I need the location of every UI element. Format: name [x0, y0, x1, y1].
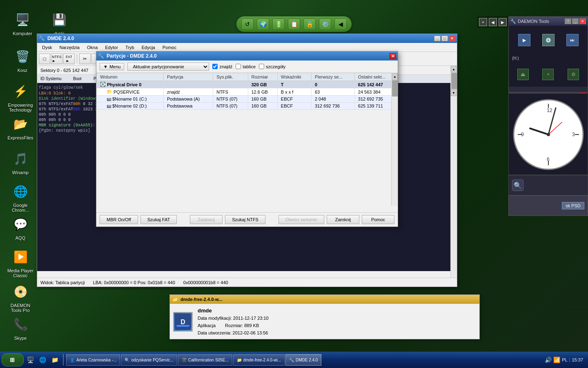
partition-table-head: Wolumin Partycja Sys.plik. Rozmiar Wskaź…	[97, 73, 398, 81]
lang-indicator: PL	[562, 357, 567, 362]
taskbar-btn-californication[interactable]: 🎬 Californication S05E...	[178, 354, 232, 366]
checkbox-tablice[interactable]	[236, 64, 241, 69]
toolbar-battery-btn[interactable]: 🔋	[272, 18, 285, 30]
scroll-thumb[interactable]	[451, 73, 457, 89]
szukaj-fat-btn[interactable]: Szukaj FAT	[140, 215, 177, 224]
toolbar-lock-btn[interactable]: 🔒	[303, 18, 316, 30]
table-row-noname01[interactable]: 🖴 $Noname 01 (C:) Podstawowa (A) NTFS (0…	[97, 96, 398, 103]
toolbar-btn-2[interactable]: NTFS►	[51, 54, 62, 64]
toolbar-settings-btn[interactable]: ⚙️	[319, 18, 331, 30]
dmde-minimize-btn[interactable]: _	[434, 36, 441, 41]
taskbar-quick-1[interactable]: 🖥️	[24, 354, 36, 366]
taskbar-btn-dmde[interactable]: 🔧 DMDE 2.4.0	[285, 354, 321, 366]
daemon-close-btn[interactable]: ✕	[579, 18, 586, 24]
desktop-icon-chrome[interactable]: 🌐 Google Chrom...	[4, 180, 37, 214]
desktop-icon-mediaplayer[interactable]: ▶️ Media Player Classic	[4, 245, 37, 280]
taskbar-btn-arleta[interactable]: 👤 Arleta Czarnowska -...	[66, 354, 120, 366]
checkbox-znajdz-label[interactable]: znajdź	[212, 64, 232, 69]
partycje-close-btn[interactable]: ✕	[390, 53, 396, 59]
daemon-add-btn[interactable]: +	[542, 69, 554, 80]
scroll-left-btn[interactable]: ◀	[489, 18, 497, 26]
dmde-filename: dmde	[198, 307, 269, 314]
desktop-icon-kosz[interactable]: 🗑️ Kosz	[6, 45, 39, 74]
dmde-maximize-btn[interactable]: □	[441, 36, 448, 41]
desktop-icon-daemon[interactable]: 📀 DAEMON Tools Pro	[4, 280, 37, 314]
daemon-skip-btn[interactable]: ⏭	[566, 34, 579, 46]
daemon-help-btn[interactable]: ?	[565, 18, 571, 24]
desktop-icon-empowering[interactable]: ⚡ Empowering Technology	[4, 80, 37, 114]
checkbox-szczegoly[interactable]	[259, 64, 264, 69]
scroll-right-btn[interactable]: ▶	[499, 18, 507, 26]
dyski-icon: 💾	[49, 10, 69, 29]
psd-panel: sk PSD	[508, 195, 588, 216]
szukaj-ntfs-btn[interactable]: Szukaj NTFS	[225, 215, 265, 224]
menu-edycja[interactable]: Edycja	[138, 44, 158, 51]
start-button[interactable]: ⊞	[2, 353, 24, 366]
table-row-physical-drive[interactable]: 💽 Physical Drive 0 320 GB T 0 625 142 44…	[97, 81, 398, 88]
mbr-on-off-btn[interactable]: MBR On/Off	[100, 215, 138, 224]
scroll-plus-btn[interactable]: +	[479, 18, 487, 26]
empowering-label: Empowering Technology	[6, 103, 35, 112]
toolbar-back-btn[interactable]: ◀	[334, 18, 347, 30]
zamknij-btn[interactable]: Zamknij	[327, 215, 359, 224]
toolbar-btn-1[interactable]: □	[39, 54, 50, 64]
menu-okna[interactable]: Okna	[84, 44, 101, 51]
dialog-scroll-thumb[interactable]	[392, 80, 398, 96]
daemon-disk-btn[interactable]: 💿	[542, 34, 555, 46]
table-row-pqservice[interactable]: 📁 PQSERVICE znajdź NTFS 12.6 GB B x x f …	[97, 88, 398, 96]
partycje-titlebar: 🔧 Partycje - DMDE 2.4.0 ✕	[96, 52, 398, 61]
dmde-app-icon: D	[173, 312, 193, 332]
taskbar-quick-2[interactable]: 🌐	[37, 354, 48, 366]
menu-edytor[interactable]: Edytor	[102, 44, 121, 51]
desktop-icon-skype[interactable]: 📞 Skype	[4, 313, 37, 342]
desktop-icon-winamp[interactable]: 🎵 Winamp	[4, 147, 37, 177]
odzyskanie-icon: 🔍	[125, 358, 129, 362]
dmde-app-type: Aplikacja Rozmiar: 889 KB	[198, 322, 269, 329]
partition-header-row: Wolumin Partycja Sys.plik. Rozmiar Wskaź…	[97, 73, 398, 81]
desktop-icon-expressfiles[interactable]: 📂 ExpressFiles	[4, 112, 37, 142]
partycje-title-area: 🔧 Partycje - DMDE 2.4.0	[98, 53, 157, 59]
magnifier-btn[interactable]: 🔍	[512, 180, 523, 191]
menu-dysk[interactable]: Dysk	[39, 44, 55, 51]
dialog-scrollbar[interactable]: ▲	[391, 73, 398, 206]
partition-type-select[interactable]: Aktualne partycjonowanie	[127, 63, 209, 71]
toolbar-btn-4[interactable]: ✂	[79, 54, 91, 64]
toolbar-refresh-btn[interactable]: ↺	[241, 18, 254, 30]
taskbar-quick-3[interactable]: 📁	[49, 354, 60, 366]
taskbar-btn-odzyskanie[interactable]: 🔍 odzyskanie PQServic...	[121, 354, 177, 366]
created-value: 2012-02-06 13:56	[233, 330, 268, 335]
pomoc-dialog-btn[interactable]: Pomoc	[362, 215, 394, 224]
svg-text:6: 6	[547, 157, 550, 162]
desktop-icon-komputer[interactable]: 🖥️ Komputer	[6, 8, 39, 38]
daemon-minimize-btn[interactable]: _	[572, 18, 579, 24]
dialog-scroll-up[interactable]: ▲	[392, 73, 398, 80]
dmde-close-btn[interactable]: ✕	[449, 36, 455, 41]
partition-table-body: 💽 Physical Drive 0 320 GB T 0 625 142 44…	[97, 81, 398, 110]
toolbar-globe-btn[interactable]: 🌍	[257, 18, 269, 30]
taskbar-btn-dmde-free[interactable]: 📁 dmde-free-2.4.0-wi...	[233, 354, 285, 366]
dmde-scrollbar[interactable]: ▲ ▼	[450, 66, 457, 278]
partycje-menu-btn[interactable]: ▼ Menu	[100, 63, 124, 70]
menu-tryb[interactable]: Tryb	[122, 44, 138, 51]
zastosuj-btn[interactable]: Zastosuj	[190, 215, 223, 224]
menu-narzedzia[interactable]: Narzędzia	[56, 44, 83, 51]
toolbar-clipboard-btn[interactable]: 📋	[288, 18, 300, 30]
toolbar-btn-3[interactable]: FAT►	[63, 54, 75, 64]
otworz-wolumin-btn[interactable]: Otwórz wolumin	[278, 215, 324, 224]
checkbox-szczegoly-label[interactable]: szczegóły	[259, 64, 285, 69]
col-boot: Boot	[73, 76, 94, 81]
checkbox-znajdz[interactable]	[212, 64, 218, 69]
cell-n02-pierwszy: 312 692 736	[311, 103, 354, 110]
daemon-config-btn[interactable]: ⚙	[568, 69, 579, 80]
desktop-icon-aqq[interactable]: 💬 AQQ	[4, 213, 37, 242]
scroll-up-btn[interactable]: ▲	[451, 66, 457, 72]
daemon-eject-btn[interactable]: ⏏	[517, 69, 529, 80]
daemon-play-btn[interactable]: ▶	[518, 34, 530, 46]
checkbox-tablice-label[interactable]: tablice	[236, 64, 256, 69]
table-row-noname02[interactable]: 🖴 $Noname 02 (D:) Podstawowa NTFS (07) 1…	[97, 103, 398, 110]
taskbar: ⊞ 🖥️ 🌐 📁 👤 Arleta Czarnowska -... 🔍 odzy…	[0, 352, 588, 368]
cell-pq-partycja: znajdź	[163, 88, 213, 96]
psd-btn[interactable]: sk PSD	[562, 202, 584, 209]
menu-pomoc[interactable]: Pomoc	[159, 44, 180, 51]
scroll-down-btn[interactable]: ▼	[451, 90, 457, 96]
